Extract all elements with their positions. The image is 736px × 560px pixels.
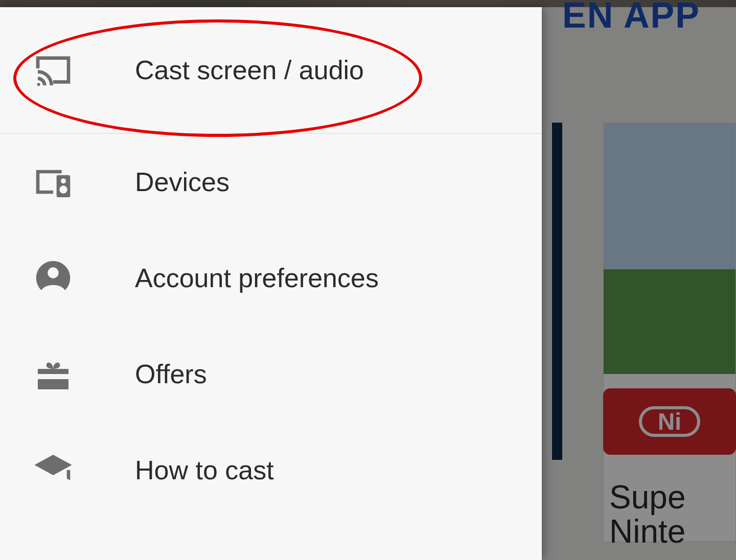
drawer-item-label: Account preferences: [135, 263, 379, 293]
app-screen: EN APP Ni Supe Ninte Cast screen / audio: [0, 0, 736, 560]
cast-icon: [33, 50, 74, 90]
svg-point-5: [48, 267, 58, 278]
background-badge-text: Ni: [639, 406, 700, 437]
background-nintendo-badge: Ni: [603, 388, 736, 455]
background-card: [603, 123, 736, 542]
background-top-strip: [0, 0, 736, 7]
background-card-edge: [552, 123, 562, 460]
background-top-text: EN APP: [562, 0, 700, 36]
svg-point-3: [59, 185, 67, 193]
navigation-drawer: Cast screen / audio Devices: [0, 7, 542, 560]
drawer-item-how-to-cast[interactable]: How to cast: [0, 422, 542, 518]
background-caption: Supe Ninte: [609, 480, 685, 549]
drawer-item-label: How to cast: [135, 455, 274, 485]
drawer-item-account-preferences[interactable]: Account preferences: [0, 230, 542, 326]
svg-rect-7: [38, 374, 68, 379]
svg-point-2: [61, 178, 66, 183]
drawer-item-devices[interactable]: Devices: [0, 134, 542, 230]
drawer-item-label: Offers: [135, 359, 207, 389]
drawer-item-label: Cast screen / audio: [135, 55, 364, 85]
drawer-item-cast-screen-audio[interactable]: Cast screen / audio: [0, 7, 542, 134]
drawer-item-label: Devices: [135, 167, 229, 197]
devices-icon: [33, 161, 74, 202]
account-icon: [33, 258, 74, 298]
offers-icon: [33, 354, 74, 394]
svg-point-0: [37, 83, 40, 86]
drawer-item-offers[interactable]: Offers: [0, 326, 542, 422]
graduation-cap-icon: [33, 450, 74, 491]
